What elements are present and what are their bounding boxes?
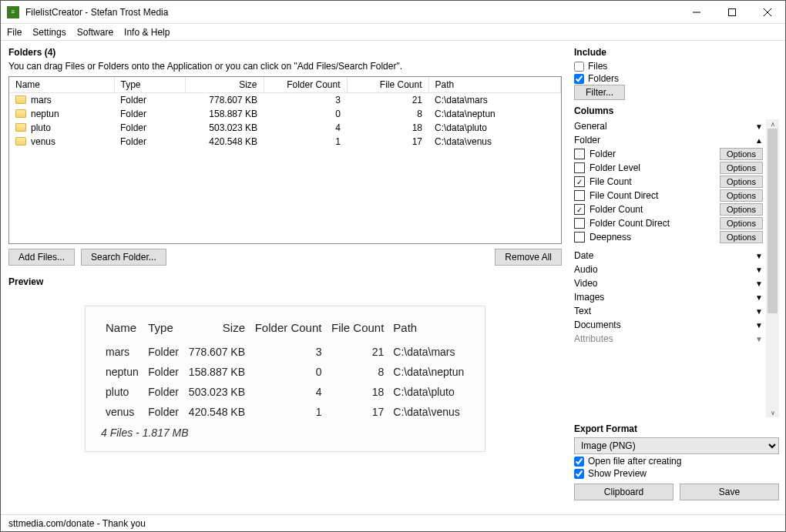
group-general[interactable]: General▼ xyxy=(574,119,763,133)
export-header: Export Format xyxy=(574,423,779,434)
save-button[interactable]: Save xyxy=(680,483,779,500)
checkbox-icon[interactable] xyxy=(574,232,585,243)
col-item-file-count-direct[interactable]: File Count DirectOptions xyxy=(574,189,763,202)
preview-summary: 4 Files - 1.817 MB xyxy=(101,422,469,439)
table-row[interactable]: venusFolder420.548 KB117C:\data\venus xyxy=(9,135,561,149)
add-files-button[interactable]: Add Files... xyxy=(8,249,75,266)
group-images[interactable]: Images▼ xyxy=(574,290,763,304)
col-item-folder-count-direct[interactable]: Folder Count DirectOptions xyxy=(574,216,763,230)
remove-all-button[interactable]: Remove All xyxy=(495,249,562,266)
group-folder[interactable]: Folder▲ xyxy=(574,133,763,147)
menu-help[interactable]: Info & Help xyxy=(124,27,170,38)
maximize-button[interactable] xyxy=(714,1,750,24)
export-format-select[interactable]: Image (PNG) xyxy=(574,437,779,454)
include-header: Include xyxy=(574,47,779,58)
pv-col-name: Name xyxy=(101,319,143,342)
caret-down-icon: ▼ xyxy=(755,122,763,131)
col-item-folder-count[interactable]: ✓Folder CountOptions xyxy=(574,202,763,216)
scroll-up-icon[interactable]: ∧ xyxy=(766,119,779,129)
show-preview-input[interactable] xyxy=(574,469,584,479)
folders-hint: You can drag Files or Folders onto the A… xyxy=(8,61,562,72)
checkbox-icon[interactable] xyxy=(574,162,585,173)
checkbox-icon[interactable] xyxy=(574,149,585,159)
open-after-checkbox[interactable]: Open file after creating xyxy=(574,456,779,467)
open-after-input[interactable] xyxy=(574,457,584,467)
include-folders-checkbox[interactable]: Folders xyxy=(574,73,779,84)
status-bar: sttmedia.com/donate - Thank you xyxy=(1,514,785,531)
include-files-checkbox[interactable]: Files xyxy=(574,61,779,72)
group-audio[interactable]: Audio▼ xyxy=(574,263,763,276)
pv-col-type: Type xyxy=(143,319,183,342)
group-text[interactable]: Text▼ xyxy=(574,304,763,318)
maximize-icon xyxy=(728,8,736,16)
preview-row: neptunFolder158.887 KB08C:\data\neptun xyxy=(101,362,469,382)
pv-col-path: Path xyxy=(388,319,469,342)
col-item-folder-level[interactable]: Folder LevelOptions xyxy=(574,161,763,175)
window-title: FilelistCreator - Stefan Trost Media xyxy=(25,7,679,18)
col-header-size[interactable]: Size xyxy=(185,77,264,93)
preview-row: venusFolder420.548 KB117C:\data\venus xyxy=(101,402,469,422)
pv-col-folder-count: Folder Count xyxy=(250,319,326,342)
folder-icon xyxy=(15,95,26,104)
open-after-label: Open file after creating xyxy=(588,456,681,467)
preview-row: plutoFolder503.023 KB418C:\data\pluto xyxy=(101,382,469,402)
col-header-file-count[interactable]: File Count xyxy=(347,77,428,93)
include-folders-input[interactable] xyxy=(574,74,584,84)
folder-icon xyxy=(15,137,26,146)
preview-area: Name Type Size Folder Count File Count P… xyxy=(8,293,562,514)
options-button[interactable]: Options xyxy=(720,231,763,243)
checkbox-icon[interactable] xyxy=(574,190,585,201)
caret-down-icon: ▼ xyxy=(755,307,763,316)
table-row[interactable]: plutoFolder503.023 KB418C:\data\pluto xyxy=(9,121,561,135)
options-button[interactable]: Options xyxy=(720,203,763,216)
table-row[interactable]: marsFolder778.607 KB321C:\data\mars xyxy=(9,93,561,108)
group-documents[interactable]: Documents▼ xyxy=(574,318,763,332)
caret-down-icon: ▼ xyxy=(755,266,763,274)
preview-image: Name Type Size Folder Count File Count P… xyxy=(85,306,485,452)
folder-icon xyxy=(15,123,26,132)
filter-button[interactable]: Filter... xyxy=(574,85,625,100)
options-button[interactable]: Options xyxy=(720,217,763,229)
col-item-file-count[interactable]: ✓File CountOptions xyxy=(574,175,763,189)
close-icon xyxy=(764,8,771,16)
folder-icon xyxy=(15,109,26,118)
caret-down-icon: ▼ xyxy=(755,335,763,343)
options-button[interactable]: Options xyxy=(720,162,763,174)
options-button[interactable]: Options xyxy=(720,189,763,202)
group-video[interactable]: Video▼ xyxy=(574,276,763,290)
checkbox-icon[interactable] xyxy=(574,218,585,229)
options-button[interactable]: Options xyxy=(720,148,763,160)
col-header-folder-count[interactable]: Folder Count xyxy=(264,77,347,93)
search-folder-button[interactable]: Search Folder... xyxy=(81,249,166,266)
table-row[interactable]: neptunFolder158.887 KB08C:\data\neptun xyxy=(9,107,561,121)
columns-header: Columns xyxy=(574,105,779,116)
show-preview-checkbox[interactable]: Show Preview xyxy=(574,468,779,479)
scrollbar-thumb[interactable] xyxy=(768,129,778,313)
preview-label: Preview xyxy=(8,276,562,287)
col-header-path[interactable]: Path xyxy=(428,77,561,93)
clipboard-button[interactable]: Clipboard xyxy=(574,483,673,500)
options-button[interactable]: Options xyxy=(720,176,763,188)
include-files-input[interactable] xyxy=(574,62,584,72)
col-header-type[interactable]: Type xyxy=(114,77,185,93)
group-attributes[interactable]: Attributes▼ xyxy=(574,332,763,346)
menu-file[interactable]: File xyxy=(7,27,22,38)
menu-bar: File Settings Software Info & Help xyxy=(1,24,785,41)
minimize-button[interactable] xyxy=(679,1,714,24)
group-date[interactable]: Date▼ xyxy=(574,249,763,263)
caret-down-icon: ▼ xyxy=(755,279,763,288)
col-header-name[interactable]: Name xyxy=(9,77,114,93)
pv-col-file-count: File Count xyxy=(326,319,388,342)
folders-table-container: Name Type Size Folder Count File Count P… xyxy=(8,76,562,244)
columns-scrollbar[interactable]: ∧ ∨ xyxy=(766,119,779,417)
menu-software[interactable]: Software xyxy=(77,27,113,38)
col-item-deepness[interactable]: DeepnessOptions xyxy=(574,230,763,244)
col-item-folder[interactable]: FolderOptions xyxy=(574,147,763,161)
menu-settings[interactable]: Settings xyxy=(32,27,66,38)
checkbox-checked-icon[interactable]: ✓ xyxy=(574,176,585,187)
scroll-down-icon[interactable]: ∨ xyxy=(766,408,779,417)
include-files-label: Files xyxy=(588,61,607,72)
app-icon: ≡ xyxy=(7,6,19,18)
close-button[interactable] xyxy=(750,1,785,24)
checkbox-checked-icon[interactable]: ✓ xyxy=(574,204,585,215)
